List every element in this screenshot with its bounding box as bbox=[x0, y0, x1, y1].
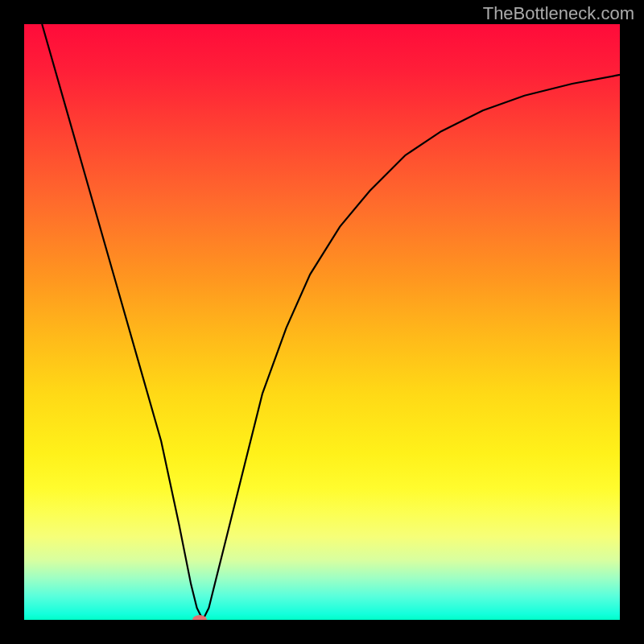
chart-frame bbox=[0, 0, 644, 644]
watermark: TheBottleneck.com bbox=[483, 3, 634, 24]
